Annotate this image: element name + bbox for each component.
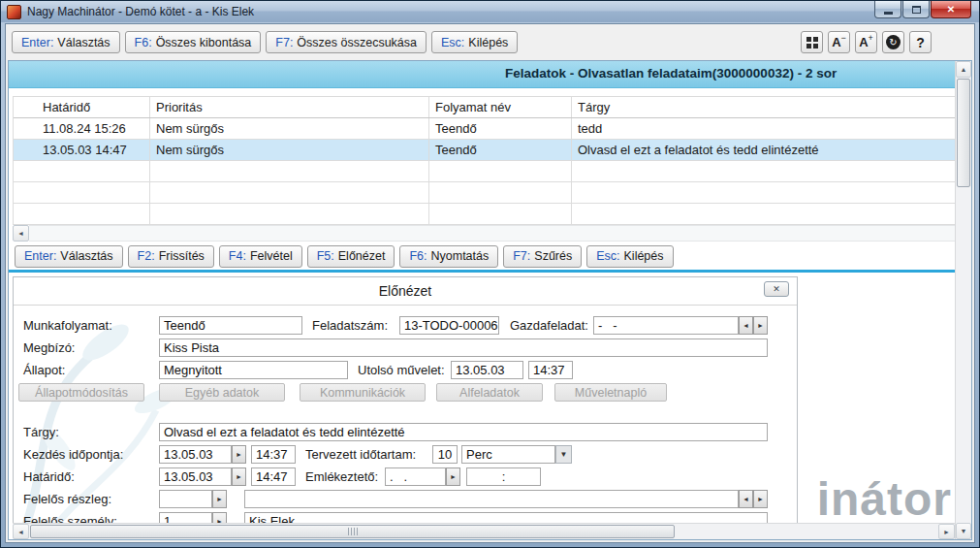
action-buttons-row: Állapotmódosítás Egyéb adatok Kommunikác… bbox=[14, 383, 797, 402]
esc-exit-button[interactable]: Esc: Kilépés bbox=[586, 245, 673, 268]
f5-preview-button[interactable]: F5: Előnézet bbox=[307, 245, 395, 268]
operation-log-button[interactable]: Műveletnapló bbox=[554, 383, 667, 402]
close-icon: ✕ bbox=[947, 4, 955, 15]
column-header-hatarido[interactable]: Határidő bbox=[14, 97, 150, 117]
column-header-prioritas[interactable]: Prioritás bbox=[150, 97, 429, 117]
subject-input[interactable]: Olvasd el ezt a feladatot és tedd elinté… bbox=[159, 423, 768, 441]
reminder-time-input[interactable]: : bbox=[466, 467, 541, 486]
parent-task-input[interactable]: - - bbox=[593, 316, 739, 335]
f6-expand-all-button[interactable]: F6: Összes kibontása bbox=[125, 31, 262, 53]
department-code-input[interactable] bbox=[159, 490, 212, 508]
table-scroll-track[interactable] bbox=[29, 225, 956, 242]
client-input[interactable]: Kiss Pista bbox=[159, 338, 768, 357]
other-data-button[interactable]: Egyéb adatok bbox=[159, 383, 285, 402]
toolbar-icon-group: A − A + ↻ ? bbox=[801, 31, 932, 53]
last-operation-label: Utolsó művelet: bbox=[358, 363, 445, 377]
status-label: Állapot: bbox=[23, 363, 65, 377]
deadline-time-input[interactable]: 14:47 bbox=[251, 467, 296, 486]
start-time-input[interactable]: 14:37 bbox=[251, 445, 296, 464]
window-title: Nagy Machinátor - Demó kötet - a - Kis E… bbox=[27, 5, 254, 18]
cell-targy: Olvasd el ezt a feladatot és tedd elinté… bbox=[572, 140, 955, 160]
font-increase-icon[interactable]: A + bbox=[855, 31, 877, 53]
window-controls: ✕ bbox=[874, 1, 971, 18]
f2-refresh-button[interactable]: F2: Frissítés bbox=[128, 245, 214, 268]
status-input[interactable]: Megnyitott bbox=[159, 361, 348, 379]
duration-input[interactable]: 10 bbox=[432, 445, 458, 464]
minimize-icon bbox=[884, 12, 893, 15]
preview-panel: Előnézet ✕ Munkafolyamat: Teendő Feladat… bbox=[13, 276, 798, 531]
enter-select-button[interactable]: Enter: Választás bbox=[12, 31, 120, 53]
scroll-left-icon[interactable]: ◄ bbox=[13, 225, 29, 242]
cell-folyamat: Teendő bbox=[429, 118, 572, 139]
duration-label: Tervezett időtartam: bbox=[305, 447, 416, 462]
table-row[interactable]: 11.08.24 15:26 Nem sürgős Teendő tedd bbox=[14, 118, 955, 140]
last-operation-date-input[interactable]: 13.05.03 bbox=[451, 361, 523, 379]
table-row-empty bbox=[14, 161, 955, 182]
close-button[interactable]: ✕ bbox=[931, 1, 971, 18]
maximize-button[interactable] bbox=[902, 1, 930, 18]
help-icon[interactable]: ? bbox=[909, 31, 932, 53]
parent-task-next-icon[interactable]: ► bbox=[753, 316, 768, 335]
table-row-empty bbox=[14, 182, 955, 204]
reminder-date-picker-icon[interactable]: ► bbox=[446, 467, 460, 486]
start-label: Kezdés időpontja: bbox=[23, 447, 123, 462]
scroll-left-icon[interactable]: ◄ bbox=[13, 524, 29, 539]
view-grid-icon[interactable] bbox=[801, 31, 823, 53]
duration-unit-select[interactable]: Perc bbox=[461, 445, 555, 464]
last-operation-time-input[interactable]: 14:37 bbox=[528, 361, 573, 379]
status-change-button[interactable]: Állapotmódosítás bbox=[18, 383, 144, 402]
scroll-up-icon[interactable]: ▲ bbox=[956, 61, 971, 78]
client-label: Megbízó: bbox=[23, 340, 75, 355]
workflow-label: Munkafolyamat: bbox=[23, 318, 112, 333]
department-row: Felelős részleg: ► ◄ ► bbox=[14, 490, 797, 508]
table-row-selected[interactable]: 13.05.03 14:47 Nem sürgős Teendő Olvasd … bbox=[14, 140, 955, 161]
department-name-input[interactable] bbox=[244, 490, 739, 508]
communications-button[interactable]: Kommunikációk bbox=[300, 383, 426, 402]
f7-collapse-all-button[interactable]: F7: Összes összecsukása bbox=[266, 31, 427, 53]
deadline-label: Határidő: bbox=[23, 469, 75, 484]
maximize-icon bbox=[912, 6, 921, 14]
reminder-date-input[interactable]: . . bbox=[385, 467, 446, 486]
vertical-scroll-thumb[interactable] bbox=[957, 79, 970, 187]
refresh-icon[interactable]: ↻ bbox=[882, 31, 904, 53]
f4-new-record-button[interactable]: F4: Felvétel bbox=[219, 245, 302, 268]
font-decrease-icon[interactable]: A − bbox=[828, 31, 850, 53]
f7-filter-button[interactable]: F7: Szűrés bbox=[503, 245, 582, 268]
department-prev-icon[interactable]: ◄ bbox=[739, 490, 753, 508]
column-header-folyamat[interactable]: Folyamat név bbox=[429, 97, 572, 117]
minimize-button[interactable] bbox=[874, 1, 901, 18]
workflow-input[interactable]: Teendő bbox=[159, 316, 302, 335]
enter-select-button[interactable]: Enter: Választás bbox=[15, 245, 123, 268]
vertical-scrollbar[interactable]: ▲ ▼ bbox=[955, 61, 971, 539]
status-row: Állapot: Megnyitott Utolsó művelet: 13.0… bbox=[14, 361, 797, 379]
deadline-date-input[interactable]: 13.05.03 bbox=[159, 467, 232, 486]
title-divider bbox=[14, 305, 797, 306]
esc-exit-button[interactable]: Esc: Kilépés bbox=[431, 31, 518, 53]
department-label: Felelős részleg: bbox=[23, 492, 111, 506]
subtasks-button[interactable]: Alfeladatok bbox=[436, 383, 543, 402]
start-date-input[interactable]: 13.05.03 bbox=[159, 445, 232, 464]
list-toolbar: Enter: Választás F2: Frissítés F4: Felvé… bbox=[9, 242, 955, 270]
cell-targy: tedd bbox=[572, 118, 955, 139]
workflow-row: Munkafolyamat: Teendő Feladatszám: 13-TO… bbox=[14, 316, 797, 335]
subject-row: Tárgy: Olvasd el ezt a feladatot és tedd… bbox=[14, 423, 797, 441]
department-next-icon[interactable]: ► bbox=[753, 490, 768, 508]
table-row-empty bbox=[14, 204, 955, 225]
start-date-picker-icon[interactable]: ► bbox=[232, 445, 246, 464]
f6-print-button[interactable]: F6: Nyomtatás bbox=[399, 245, 498, 268]
task-number-input[interactable]: 13-TODO-00006 bbox=[399, 316, 499, 335]
horizontal-scrollbar[interactable]: ◄ ► bbox=[13, 523, 955, 539]
table-horizontal-scrollbar: ◄ bbox=[13, 225, 956, 242]
column-header-targy[interactable]: Tárgy bbox=[572, 97, 955, 117]
preview-close-button[interactable]: ✕ bbox=[764, 281, 789, 297]
horizontal-scroll-thumb[interactable] bbox=[30, 525, 675, 538]
cell-hatarido: 11.08.24 15:26 bbox=[14, 118, 150, 139]
cell-prioritas: Nem sürgős bbox=[150, 140, 429, 160]
deadline-date-picker-icon[interactable]: ► bbox=[232, 467, 246, 486]
scroll-right-icon[interactable]: ► bbox=[938, 524, 955, 539]
department-lookup-icon[interactable]: ► bbox=[212, 490, 227, 508]
duration-unit-dropdown-icon[interactable]: ▼ bbox=[555, 445, 572, 464]
parent-task-prev-icon[interactable]: ◄ bbox=[739, 316, 753, 335]
scroll-down-icon[interactable]: ▼ bbox=[956, 523, 971, 539]
app-window: Nagy Machinátor - Demó kötet - a - Kis E… bbox=[0, 0, 980, 548]
